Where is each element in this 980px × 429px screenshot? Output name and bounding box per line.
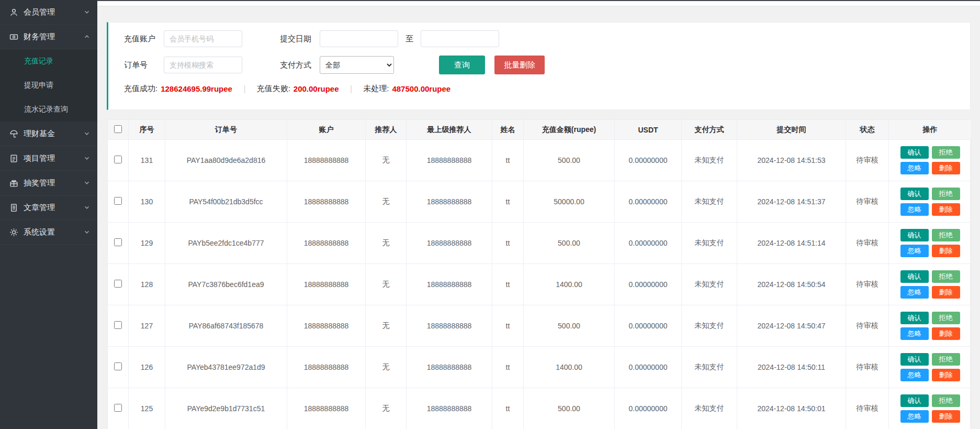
cell-serial-no: 125: [129, 388, 165, 429]
sidebar-item-withdraw-requests[interactable]: 提现申请: [0, 73, 97, 97]
cell-account: 18888888888: [287, 388, 366, 429]
row-select-cell: [108, 347, 129, 388]
row-checkbox[interactable]: [114, 362, 122, 370]
column-header: 充值金额(rupee): [524, 120, 615, 140]
chevron-down-icon: [84, 130, 90, 137]
search-button[interactable]: 查询: [439, 56, 485, 74]
row-actions: 确认 拒绝 忽略 删除: [899, 229, 961, 257]
sidebar-item-label: 理财基金: [24, 129, 84, 139]
batch-delete-button[interactable]: 批量删除: [494, 56, 545, 74]
settings-icon: [9, 228, 18, 237]
member-icon: [9, 8, 18, 17]
row-checkbox[interactable]: [114, 404, 122, 412]
delete-button[interactable]: 删除: [932, 327, 960, 340]
ignore-button[interactable]: 忽略: [900, 286, 929, 299]
cell-amount: 500.00: [524, 388, 615, 429]
row-select-cell: [108, 388, 129, 429]
cell-status: 待审核: [846, 305, 889, 347]
delete-button[interactable]: 删除: [932, 410, 960, 423]
delete-button[interactable]: 删除: [932, 369, 960, 381]
reject-button[interactable]: 拒绝: [932, 188, 960, 200]
delete-button[interactable]: 删除: [932, 245, 960, 257]
cell-actions: 确认 拒绝 忽略 删除: [889, 140, 972, 181]
cell-actions: 确认 拒绝 忽略 删除: [889, 223, 972, 264]
recharge-account-input[interactable]: [164, 30, 242, 47]
delete-button[interactable]: 删除: [932, 286, 960, 299]
cell-name: tt: [492, 388, 524, 429]
row-checkbox[interactable]: [114, 197, 122, 205]
delete-button[interactable]: 删除: [932, 162, 960, 174]
select-all-checkbox[interactable]: [114, 125, 122, 133]
cell-order-no: PAYeb43781ee972a1d9: [165, 347, 287, 388]
cell-status: 待审核: [846, 181, 889, 223]
row-checkbox[interactable]: [114, 238, 122, 246]
confirm-button[interactable]: 确认: [900, 394, 929, 407]
sub-item-label: 流水记录查询: [24, 105, 68, 114]
stats-row: 充值成功: 128624695.99rupee ｜ 充值失败: 200.00ru…: [124, 82, 970, 95]
cell-pay-method: 未知支付: [682, 140, 737, 181]
table-row: 129 PAYb5ee2fdc1ce4b777 18888888888 无 18…: [108, 223, 972, 264]
cell-amount: 500.00: [524, 140, 615, 181]
cell-amount: 1400.00: [524, 347, 615, 388]
ignore-button[interactable]: 忽略: [900, 327, 929, 340]
cell-top-referrer: 18888888888: [407, 305, 492, 347]
row-checkbox[interactable]: [114, 280, 122, 288]
cell-top-referrer: 18888888888: [407, 181, 492, 223]
ignore-button[interactable]: 忽略: [900, 162, 929, 174]
date-to-input[interactable]: [421, 30, 499, 47]
sidebar-item-label: 项目管理: [24, 153, 84, 163]
cell-referrer: 无: [366, 223, 407, 264]
reject-button[interactable]: 拒绝: [932, 270, 960, 283]
sidebar-item-lottery-mgmt[interactable]: 抽奖管理: [0, 171, 97, 195]
ignore-button[interactable]: 忽略: [900, 369, 929, 381]
confirm-button[interactable]: 确认: [900, 312, 929, 324]
row-actions: 确认 拒绝 忽略 删除: [899, 394, 961, 423]
cell-usdt: 0.00000000: [615, 388, 682, 429]
filter-row-1: 充值账户 提交日期 至: [124, 30, 970, 48]
confirm-button[interactable]: 确认: [900, 353, 929, 366]
sidebar-item-recharge-records[interactable]: 充值记录: [0, 49, 97, 73]
ignore-button[interactable]: 忽略: [900, 245, 929, 257]
cell-status: 待审核: [846, 264, 889, 305]
reject-button[interactable]: 拒绝: [932, 353, 960, 366]
cell-actions: 确认 拒绝 忽略 删除: [889, 181, 972, 223]
sidebar: 会员管理 财务管理 充值记录 提现申请 流水记录查询: [0, 0, 97, 429]
cell-serial-no: 127: [129, 305, 165, 347]
row-checkbox[interactable]: [114, 156, 122, 163]
cell-referrer: 无: [366, 264, 407, 305]
reject-button[interactable]: 拒绝: [932, 146, 960, 159]
sidebar-item-finance-mgmt[interactable]: 财务管理: [0, 25, 97, 49]
table-row: 131 PAY1aa80d9de6a2d816 18888888888 无 18…: [108, 140, 972, 181]
confirm-button[interactable]: 确认: [900, 270, 929, 283]
cell-amount: 1400.00: [524, 264, 615, 305]
sub-item-label: 充值记录: [24, 57, 53, 66]
delete-button[interactable]: 删除: [932, 203, 960, 216]
pay-method-select[interactable]: 全部: [320, 56, 394, 74]
sidebar-item-member-mgmt[interactable]: 会员管理: [0, 0, 97, 25]
table-row: 127 PAY86af68743f185678 18888888888 无 18…: [108, 305, 972, 347]
date-to-label: 至: [405, 34, 413, 44]
row-checkbox[interactable]: [114, 321, 122, 329]
cell-order-no: PAYb5ee2fdc1ce4b777: [165, 223, 287, 264]
order-no-input[interactable]: [164, 57, 242, 73]
sidebar-item-article-mgmt[interactable]: 文章管理: [0, 195, 97, 220]
ignore-button[interactable]: 忽略: [900, 203, 929, 216]
confirm-button[interactable]: 确认: [900, 229, 929, 241]
cell-amount: 500.00: [524, 223, 615, 264]
sidebar-item-system-settings[interactable]: 系统设置: [0, 220, 97, 245]
reject-button[interactable]: 拒绝: [932, 394, 960, 407]
ignore-button[interactable]: 忽略: [900, 410, 929, 423]
confirm-button[interactable]: 确认: [900, 188, 929, 200]
cell-order-no: PAYe9d2e9b1d7731c51: [165, 388, 287, 429]
cell-account: 18888888888: [287, 264, 366, 305]
reject-button[interactable]: 拒绝: [932, 229, 960, 241]
stat-fail-value: 200.00rupee: [294, 84, 339, 93]
reject-button[interactable]: 拒绝: [932, 312, 960, 324]
confirm-button[interactable]: 确认: [900, 146, 929, 159]
sidebar-item-flow-records[interactable]: 流水记录查询: [0, 97, 97, 122]
date-from-input[interactable]: [320, 30, 398, 47]
sidebar-item-project-mgmt[interactable]: 项目管理: [0, 146, 97, 171]
sidebar-item-label: 财务管理: [24, 32, 84, 42]
cell-usdt: 0.00000000: [615, 305, 682, 347]
sidebar-item-fund-mgmt[interactable]: 理财基金: [0, 122, 97, 146]
